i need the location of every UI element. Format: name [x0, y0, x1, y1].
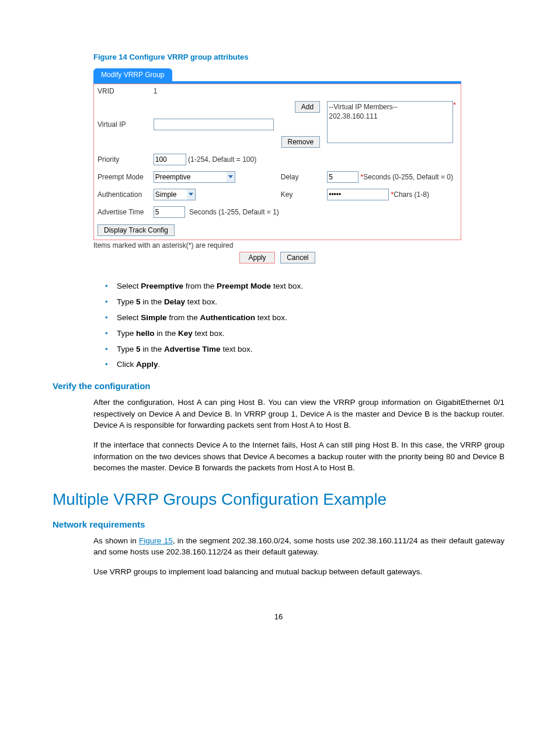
form-buttons: Apply Cancel [93, 252, 461, 263]
section-title: Multiple VRRP Groups Configuration Examp… [53, 490, 504, 509]
add-button[interactable]: Add [295, 101, 320, 113]
chevron-down-icon[interactable] [187, 189, 196, 200]
delay-hint: Seconds (0-255, Default = 0) [363, 173, 453, 181]
preempt-select[interactable] [154, 171, 227, 183]
required-asterisk: * [453, 101, 456, 109]
remove-button[interactable]: Remove [281, 136, 321, 148]
key-label: Key [277, 186, 323, 203]
network-req-p2: Use VRRP groups to implement load balanc… [93, 566, 504, 578]
verify-heading: Verify the configuration [53, 381, 504, 391]
list-item: Select Preemptive from the Preempt Mode … [99, 281, 504, 292]
instruction-list: Select Preemptive from the Preempt Mode … [99, 281, 504, 370]
apply-button[interactable]: Apply [239, 252, 274, 263]
delay-label: Delay [277, 168, 323, 186]
required-note: Items marked with an asterisk(*) are req… [93, 241, 461, 249]
network-req-heading: Network requirements [53, 519, 504, 529]
advertise-hint: Seconds (1-255, Default = 1) [189, 208, 279, 216]
key-hint: Chars (1-8) [394, 190, 429, 199]
verify-paragraph-2: If the interface that connects Device A … [93, 439, 504, 474]
list-item: Type hello in the Key text box. [99, 328, 504, 339]
form-table: VRID 1 Add --Virtual IP Members-- 202.38… [93, 84, 461, 240]
list-item: Type 5 in the Advertise Time text box. [99, 344, 504, 355]
tab-modify-vrrp[interactable]: Modify VRRP Group [93, 68, 172, 81]
document-page: Figure 14 Configure VRRP group attribute… [0, 0, 557, 656]
display-track-button[interactable]: Display Track Config [98, 224, 175, 236]
virtual-ip-input[interactable] [154, 119, 274, 130]
chevron-down-icon[interactable] [227, 171, 235, 183]
page-number: 16 [53, 612, 504, 621]
delay-input[interactable] [327, 171, 358, 183]
network-req-p1: As shown in Figure 15, in the segment 20… [93, 535, 504, 558]
key-input[interactable] [327, 189, 389, 200]
priority-hint: (1-254, Default = 100) [188, 155, 256, 164]
advertise-input[interactable] [154, 206, 185, 218]
vrid-label: VRID [94, 84, 150, 99]
verify-paragraph-1: After the configuration, Host A can ping… [93, 397, 504, 431]
list-item: Click Apply. [99, 359, 504, 370]
priority-label: Priority [94, 151, 150, 168]
list-item: Type 5 in the Delay text box. [99, 297, 504, 308]
figure-caption: Figure 14 Configure VRRP group attribute… [93, 53, 504, 61]
members-header: --Virtual IP Members-- [329, 102, 451, 112]
members-item[interactable]: 202.38.160.111 [329, 112, 451, 121]
figure-link[interactable]: Figure 15 [139, 536, 173, 545]
auth-select[interactable] [154, 189, 187, 200]
priority-input[interactable] [154, 154, 186, 165]
members-listbox[interactable]: --Virtual IP Members-- 202.38.160.111 [327, 101, 453, 143]
cancel-button[interactable]: Cancel [280, 252, 315, 263]
auth-label: Authentication [94, 186, 150, 203]
virtual-ip-label: Virtual IP [94, 116, 150, 133]
vrid-value: 1 [150, 84, 277, 99]
screenshot-panel: Modify VRRP Group VRID 1 Add --Virtu [93, 68, 461, 249]
tab-bar: Modify VRRP Group [93, 68, 461, 81]
preempt-label: Preempt Mode [94, 168, 150, 186]
list-item: Select Simple from the Authentication te… [99, 313, 504, 324]
advertise-label: Advertise Time [94, 203, 150, 221]
